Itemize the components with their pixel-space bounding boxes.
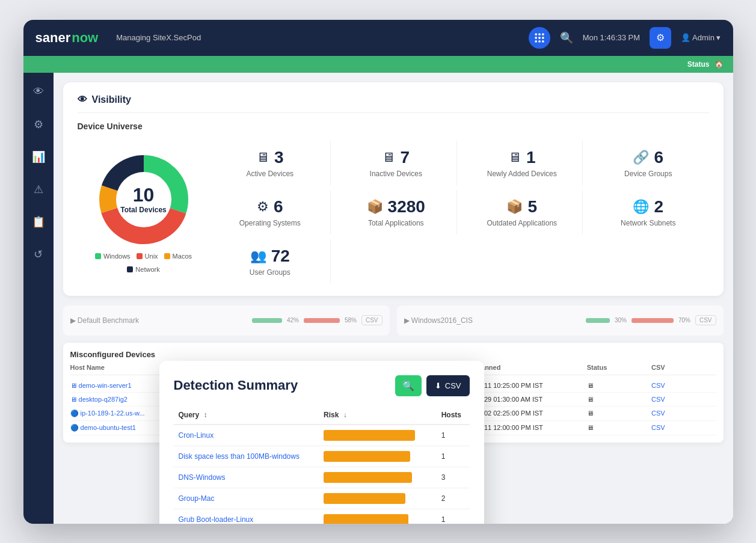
search-icon[interactable]: 🔍 [560,31,573,44]
benchmark-bar-red-2 [632,318,674,323]
col-status: Status [587,364,651,371]
query-link[interactable]: Grub Boot-loader-Linux [179,515,254,524]
host-link-2[interactable]: 🖥 desktop-q287ig2 [70,396,128,403]
new-devices-icon: 🖥 [508,150,521,165]
csv-4[interactable]: CSV [651,424,716,431]
home-icon[interactable]: 🏠 [715,60,724,69]
device-groups-label: Device Groups [624,170,672,178]
svg-rect-5 [542,37,544,38]
svg-rect-1 [538,33,540,35]
sidebar-item-alerts[interactable]: ⚠ [29,180,48,199]
host-link-3[interactable]: 🔵 ip-10-189-1-22.us-w... [70,410,145,417]
sidebar-item-refresh[interactable]: ↺ [29,245,48,264]
csv-1[interactable]: CSV [651,382,716,389]
inactive-devices-number: 7 [400,148,410,167]
active-devices-label: Active Devices [246,170,293,178]
sidebar-item-reports[interactable]: 📊 [29,147,48,167]
settings-button[interactable]: ⚙ [650,27,671,49]
svg-rect-2 [542,33,544,35]
query-link[interactable]: Disk space less than 100MB-windows [179,452,300,461]
benchmark-pct1: 42% [287,317,299,324]
legend-dot-unix [137,253,143,259]
download-icon: ⬇ [435,381,441,390]
device-groups-icon: 🔗 [633,150,649,165]
csv-2[interactable]: CSV [651,396,716,403]
stat-active-devices[interactable]: 🖥 3 Active Devices [210,141,331,185]
benchmark-pct3: 30% [615,317,627,324]
user-groups-number: 72 [271,247,290,266]
stat-outdated-apps[interactable]: 📦 5 Outdated Applications [462,190,583,235]
total-apps-label: Total Applications [368,219,424,227]
admin-menu[interactable]: 👤 Admin ▾ [681,33,721,42]
detection-table-row[interactable]: Group-Mac 2 [174,488,470,509]
modal-search-button[interactable]: 🔍 [395,375,422,396]
legend-dot-windows [95,253,101,259]
query-link[interactable]: DNS-Windows [179,473,226,482]
detection-table: Query ↕ Risk ↓ Hosts Cron-Linux [174,406,470,524]
sidebar-item-visibility[interactable]: 👁 [29,82,48,102]
inactive-devices-label: Inactive Devices [370,170,422,178]
total-devices-label: Total Devices [120,206,166,214]
sidebar-item-tasks[interactable]: 📋 [29,212,48,232]
eye-icon: 👁 [78,94,87,105]
benchmark-card-1[interactable]: ▶ Default Benchmark 42% 58% CSV [63,305,390,336]
apps-grid-button[interactable] [529,27,550,49]
benchmark-card-2[interactable]: ▶ Windows2016_CIS 30% 70% CSV [397,305,724,336]
network-subnets-icon: 🌐 [633,199,649,215]
csv-button-2[interactable]: CSV [695,315,716,325]
total-apps-icon: 📦 [367,199,383,215]
risk-bar-container [324,493,420,504]
legend-unix: Unix [137,253,158,260]
inactive-devices-icon: 🖥 [382,150,395,165]
os-label: Operating Systems [239,219,301,227]
network-subnets-label: Network Subnets [621,219,675,227]
detection-table-row[interactable]: Disk space less than 100MB-windows 1 [174,446,470,467]
host-link-1[interactable]: 🖥 demo-win-server1 [70,382,132,389]
csv-3[interactable]: CSV [651,410,716,417]
stat-operating-systems[interactable]: ⚙ 6 Operating Systems [210,190,331,235]
status-bar: Status 🏠 [23,56,733,73]
stat-inactive-devices[interactable]: 🖥 7 Inactive Devices [336,141,457,185]
chart-legend: Windows Unix Macos [78,253,210,273]
svg-rect-7 [538,40,540,42]
status-icon-1: 🖥 [587,382,651,389]
stat-user-groups[interactable]: 👥 72 User Groups [210,239,331,284]
query-link[interactable]: Group-Mac [179,494,215,503]
logo-saner: saner [35,30,71,46]
donut-center: 10 Total Devices [120,185,166,214]
legend-macos: Macos [164,253,192,260]
risk-bar [324,472,412,483]
legend-windows: Windows [95,253,131,260]
stat-total-apps[interactable]: 📦 3280 Total Applications [336,190,457,235]
stat-network-subnets[interactable]: 🌐 2 Network Subnets [588,190,709,235]
risk-bar [324,514,408,524]
sidebar-item-settings[interactable]: ⚙ [29,115,48,134]
status-icon-4: 🖥 [587,424,651,431]
modal-actions: 🔍 ⬇ CSV [395,375,470,396]
query-link[interactable]: Cron-Linux [179,431,214,440]
risk-bar-container [324,430,420,441]
query-sort-icon[interactable]: ↕ [204,411,207,419]
total-devices-number: 10 [120,185,166,204]
detection-table-row[interactable]: Grub Boot-loader-Linux 1 [174,509,470,524]
modal-csv-button[interactable]: ⬇ CSV [426,375,470,396]
user-groups-label: User Groups [250,268,290,277]
benchmark-bar-green-2 [586,318,610,323]
detection-table-row[interactable]: Cron-Linux 1 [174,425,470,446]
svg-rect-6 [535,40,536,42]
csv-button-1[interactable]: CSV [361,315,383,325]
modal-title: Detection Summary [174,378,298,393]
host-link-4[interactable]: 🔵 demo-ubuntu-test1 [70,424,136,431]
active-devices-number: 3 [274,148,284,167]
total-apps-number: 3280 [388,197,425,216]
risk-sort-icon[interactable]: ↓ [343,411,347,419]
detection-table-row[interactable]: DNS-Windows 3 [174,467,470,488]
user-groups-icon: 👥 [250,248,266,264]
current-time: Mon 1:46:33 PM [583,33,640,42]
legend-network: Network [127,266,159,273]
stat-device-groups[interactable]: 🔗 6 Device Groups [588,141,709,185]
hosts-count: 3 [437,467,470,488]
stat-new-devices[interactable]: 🖥 1 Newly Added Devices [462,141,583,185]
legend-dot-network [127,266,133,272]
benchmark-bar-red-1 [304,318,340,323]
